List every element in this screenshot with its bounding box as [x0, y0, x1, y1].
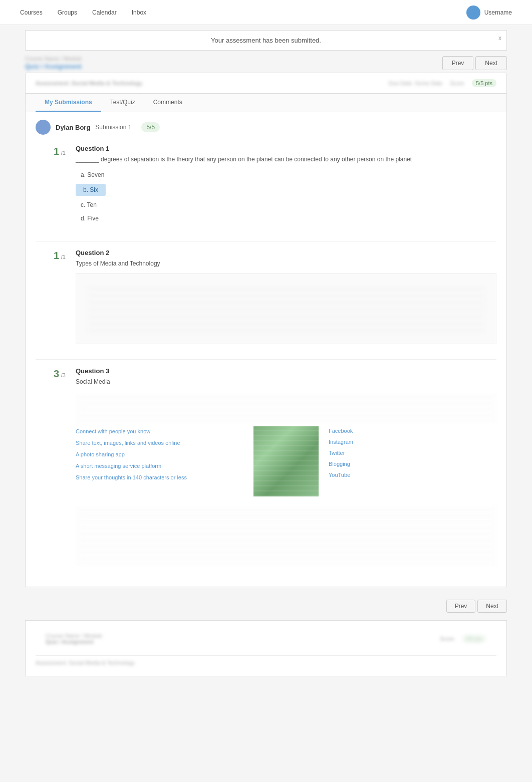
notification-message: Your assessment has been submitted. — [211, 37, 321, 44]
q3-left-item-0: Connect with people you know — [76, 426, 243, 436]
nav-courses[interactable]: Courses — [20, 9, 43, 16]
top-nav-right: Username — [466, 6, 512, 20]
q1-text: _______ degrees of separation is the the… — [76, 155, 496, 164]
q1-choice-d: d. Five — [76, 212, 496, 224]
question-3-block: 3 /3 Question 3 Social Media Connect wit… — [36, 367, 496, 564]
assignment-header: Assessment: Social Media & Technology Du… — [26, 73, 506, 94]
tabs-bar: My Submissions Test/Quiz Comments — [26, 94, 506, 112]
question-2-score: 1 /1 — [36, 249, 66, 344]
q2-title: Question 2 — [76, 249, 496, 256]
q3-left-items: Connect with people you know Share text,… — [76, 426, 243, 484]
q2-score-num: 1 — [54, 250, 59, 261]
top-nav: Courses Groups Calendar Inbox Username — [0, 0, 532, 25]
q3-left-item-3: A short messaging service platform — [76, 461, 243, 471]
prev-next-nav: Prev Next — [442, 56, 507, 70]
tab-my-submissions[interactable]: My Submissions — [36, 94, 101, 112]
q2-score-denom: /1 — [61, 254, 66, 260]
footer-assignment-blurred: Assessment: Social Media & Technology — [36, 660, 496, 666]
student-name: Dylan Borg — [56, 124, 90, 131]
nav-calendar[interactable]: Calendar — [92, 9, 117, 16]
divider-2 — [36, 359, 496, 360]
nav-groups[interactable]: Groups — [58, 9, 77, 16]
question-2-content: Question 2 Types of Media and Technology — [76, 249, 496, 344]
q1-title: Question 1 — [76, 145, 496, 152]
username-label: Username — [484, 9, 512, 16]
q2-content-area — [76, 273, 496, 344]
due-date: Due Date: Some Date — [389, 80, 443, 86]
q3-blurred-bottom — [76, 504, 496, 564]
points-badge: 5/5 pts — [472, 79, 496, 87]
q3-image-stripes — [253, 426, 319, 496]
footer-points-badge: 5/5 pts — [462, 635, 486, 643]
next-button[interactable]: Next — [475, 56, 507, 70]
footer-next-button[interactable]: Next — [477, 600, 507, 613]
main-card: Assessment: Social Media & Technology Du… — [25, 73, 507, 587]
footer-assignment-title: Quiz / Assignment — [46, 639, 102, 645]
q3-score-num: 3 — [54, 368, 59, 379]
q3-matching-layout: Connect with people you know Share text,… — [76, 426, 496, 496]
footer-prev-button[interactable]: Prev — [446, 600, 476, 613]
q3-right-item-2: Twitter — [329, 448, 496, 457]
q3-right-item-3: Blogging — [329, 459, 496, 468]
question-1-score: 1 /1 — [36, 145, 66, 226]
question-1-content: Question 1 _______ degrees of separation… — [76, 145, 496, 226]
question-3-score: 3 /3 — [36, 367, 66, 564]
q1-choices: a. Seven b. Six c. Ten d. Five — [76, 169, 496, 224]
question-2-block: 1 /1 Question 2 Types of Media and Techn… — [36, 249, 496, 344]
divider-1 — [36, 241, 496, 241]
breadcrumb-course: Course Name / Module — [25, 56, 82, 62]
q3-score-denom: /3 — [61, 372, 66, 378]
q1-choice-b: b. Six — [76, 184, 106, 196]
breadcrumb: Course Name / Module Quiz / Assignment — [25, 56, 82, 70]
submission-area: Dylan Borg Submission 1 5/5 1 /1 Questio… — [26, 112, 506, 587]
notification-banner: Your assessment has been submitted. x — [25, 30, 507, 51]
q3-blurred-top — [76, 391, 496, 421]
q3-right-item-1: Instagram — [329, 437, 496, 446]
q3-right-items: Facebook Instagram Twitter Blogging YouT… — [329, 426, 496, 481]
assignment-meta: Due Date: Some Date Score 5/5 pts — [389, 79, 496, 87]
question-3-content: Question 3 Social Media Connect with peo… — [76, 367, 496, 564]
user-avatar — [466, 6, 480, 20]
footer-nav-row: Prev Next — [0, 597, 532, 615]
score-display: Score — [450, 80, 464, 86]
assignment-title: Assessment: Social Media & Technology — [36, 80, 142, 86]
submission-label: Submission 1 — [95, 124, 131, 131]
q3-text: Social Media — [76, 377, 496, 386]
footer-score: Score — [440, 636, 454, 642]
breadcrumb-area: Course Name / Module Quiz / Assignment P… — [25, 56, 507, 70]
notification-close-button[interactable]: x — [498, 35, 501, 42]
q3-left-item-4: Share your thoughts in 140 characters or… — [76, 472, 243, 482]
q2-text: Types of Media and Technology — [76, 259, 496, 268]
q3-right-item-4: YouTube — [329, 470, 496, 479]
footer-assignment-row: Assessment: Social Media & Technology — [36, 655, 496, 670]
q1-score-num: 1 — [54, 146, 59, 157]
submission-score-badge: 5/5 — [141, 122, 160, 132]
q3-title: Question 3 — [76, 367, 496, 375]
q1-choice-a: a. Seven — [76, 169, 496, 181]
breadcrumb-assignment: Quiz / Assignment — [25, 63, 82, 70]
footer-assignment-meta: Score 5/5 pts — [440, 635, 486, 643]
footer-assignment-header: Course Name / Module Quiz / Assignment S… — [36, 627, 496, 651]
nav-inbox[interactable]: Inbox — [132, 9, 146, 16]
submission-header: Dylan Borg Submission 1 5/5 — [36, 120, 496, 135]
q3-left-item-1: Share text, images, links and videos onl… — [76, 438, 243, 448]
tab-test-quiz[interactable]: Test/Quiz — [101, 94, 144, 112]
q3-left-item-2: A photo sharing app — [76, 449, 243, 459]
nav-links: Courses Groups Calendar Inbox — [20, 9, 146, 16]
question-1-block: 1 /1 Question 1 _______ degrees of separ… — [36, 145, 496, 226]
student-avatar — [36, 120, 51, 135]
footer-prev-next: Prev Next — [446, 600, 507, 613]
q3-matching-image — [253, 426, 319, 496]
footer-card: Course Name / Module Quiz / Assignment S… — [25, 620, 507, 676]
q1-score-denom: /1 — [61, 150, 66, 156]
q3-right-item-0: Facebook — [329, 426, 496, 435]
prev-button[interactable]: Prev — [442, 56, 474, 70]
footer-breadcrumb: Course Name / Module — [46, 633, 102, 639]
tab-comments[interactable]: Comments — [144, 94, 191, 112]
q1-choice-c: c. Ten — [76, 199, 496, 211]
